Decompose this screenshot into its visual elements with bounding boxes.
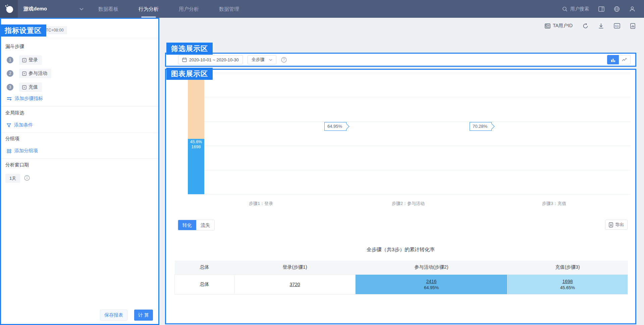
analysis-window-title: 分析窗口期: [5, 162, 29, 168]
date-range-value: 2020-10-01 ~ 2020-10-30: [189, 57, 239, 62]
step-scope-select[interactable]: 全步骤: [248, 55, 276, 64]
add-metric-icon: [7, 97, 12, 101]
add-group-item-link[interactable]: 添加分组项: [7, 148, 38, 154]
filter-funnel-icon: [7, 123, 11, 127]
bar-lost-segment: [188, 115, 204, 139]
step2-count-link[interactable]: 2416: [426, 279, 436, 284]
gridline: [188, 146, 631, 146]
table-row: 总体 3720 2416 64.95% 1698 45.65%: [175, 274, 628, 294]
date-range-picker[interactable]: 2020-10-01 ~ 2020-10-30: [178, 55, 243, 64]
tab-conversion[interactable]: 转化: [178, 220, 196, 230]
event-box-icon: [22, 85, 26, 90]
result-tabs: 转化 流失: [178, 220, 215, 230]
group-by-title: 分组项: [5, 136, 19, 142]
metric-settings-panel: UTC+08:00 漏斗步骤 1 登录 2 参与活动 3 充值 添加步骤指标 全…: [0, 18, 159, 325]
ta-user-id-switch[interactable]: TA用户ID: [545, 23, 573, 29]
download-icon[interactable]: [598, 23, 604, 29]
search-icon: [562, 6, 568, 12]
sql-view-icon[interactable]: SQL: [614, 23, 620, 29]
refresh-icon[interactable]: [583, 23, 588, 29]
help-question-icon[interactable]: ?: [281, 57, 287, 63]
annotation-chart-area: 图表展示区: [166, 68, 213, 80]
chevron-down-icon: [79, 8, 84, 10]
gridline: [188, 121, 631, 122]
user-search-label: 用户搜索: [570, 6, 589, 12]
step-event-chip[interactable]: 参与活动: [19, 69, 51, 78]
gridline: [188, 73, 631, 73]
step-number-badge: 2: [7, 70, 13, 77]
user-search[interactable]: 用户搜索: [562, 6, 589, 12]
step-event-chip[interactable]: 充值: [19, 83, 42, 92]
conversion-rate-badge: 64.95%: [324, 122, 346, 131]
menu-item-data-management[interactable]: 数据管理: [209, 0, 249, 18]
col-header-step3: 充值(步骤3): [507, 261, 628, 274]
line-chart-icon: [622, 58, 627, 62]
chart-display-panel: 0% 20% 40% 60% 80% 100% 3720 64.9%: [165, 69, 636, 324]
step3-count-link[interactable]: 1698: [562, 279, 573, 284]
add-step-metric-link[interactable]: 添加步骤指标: [7, 96, 43, 102]
x-axis-label: 步骤3：充值: [526, 201, 583, 207]
gridline: [188, 97, 631, 97]
divider: [1, 106, 158, 107]
window-period-chip[interactable]: 1天: [5, 174, 20, 183]
step2-cell: 2416 64.95%: [356, 274, 507, 294]
step-label: 参与活动: [29, 70, 47, 76]
event-box-icon: [22, 58, 26, 62]
report-chart-icon[interactable]: [630, 23, 635, 29]
step-event-chip[interactable]: 登录: [19, 55, 42, 65]
add-condition-link[interactable]: 添加条件: [7, 122, 33, 128]
row-label-cell: 总体: [175, 274, 234, 294]
line-view-button[interactable]: [619, 55, 631, 64]
bar-value-label: 45.6% 1698: [186, 140, 206, 150]
calculate-button[interactable]: 计 算: [134, 310, 153, 321]
calendar-icon: [182, 57, 187, 62]
svg-text:?: ?: [283, 58, 285, 62]
tab-loss[interactable]: 流失: [196, 220, 214, 230]
panel-layout-icon[interactable]: [598, 6, 604, 12]
info-icon[interactable]: [24, 175, 30, 181]
event-box-icon: [22, 71, 26, 76]
globe-icon[interactable]: [614, 6, 620, 12]
user-account-icon[interactable]: [629, 6, 635, 12]
chart-view-toggle: [607, 55, 631, 64]
filter-bar: 2020-10-01 ~ 2020-10-30 全步骤 ?: [165, 53, 636, 67]
bar-view-button[interactable]: [607, 55, 619, 64]
project-name: 游戏demo: [23, 6, 47, 12]
step-number-badge: 1: [7, 57, 13, 63]
annotation-sidebar-area: 指标设置区: [0, 24, 46, 37]
top-navbar: 游戏demo 数据看板 行为分析 用户分析 数据管理 用户搜索: [0, 0, 644, 18]
sidebar-actions: 保存报表 计 算: [100, 310, 153, 321]
funnel-step-2: 2 参与活动: [7, 69, 51, 78]
table-title: 全步骤（共3步）的累计转化率: [166, 247, 635, 253]
global-filter-title: 全局筛选: [5, 110, 24, 116]
col-header-step1: 登录(步骤1): [234, 261, 356, 274]
annotation-filter-area: 筛选展示区: [166, 43, 213, 55]
ta-user-id-label: TA用户ID: [553, 23, 573, 29]
step3-rate: 45.65%: [507, 285, 628, 290]
step-number-badge: 3: [7, 84, 13, 91]
add-step-metric-label: 添加步骤指标: [15, 96, 43, 102]
id-card-icon: [545, 23, 550, 29]
col-header-total: 总体: [175, 261, 234, 274]
group-by-icon: [7, 149, 11, 153]
export-button[interactable]: 导出: [605, 220, 628, 230]
project-selector[interactable]: 游戏demo: [18, 6, 88, 12]
col-header-step2: 参与活动(步骤2): [356, 261, 507, 274]
step-label: 充值: [29, 84, 38, 90]
step-label: 登录: [29, 57, 38, 63]
main-menu: 数据看板 行为分析 用户分析 数据管理: [88, 0, 249, 18]
app-logo[interactable]: [0, 0, 18, 18]
menu-item-user-analysis[interactable]: 用户分析: [169, 0, 209, 18]
menu-item-dashboards[interactable]: 数据看板: [88, 0, 128, 18]
divider: [1, 38, 158, 38]
menu-item-behavior-analysis[interactable]: 行为分析: [128, 0, 169, 18]
thinkingdata-logo-icon: [4, 4, 14, 14]
conversion-table: 总体 登录(步骤1) 参与活动(步骤2) 充值(步骤3) 总体 3720 241…: [174, 261, 628, 294]
x-axis-label: 步骤1：登录: [232, 201, 289, 207]
bar-chart-icon: [611, 58, 615, 62]
main-content: TA用户ID SQL 2020-10-01 ~ 2020-10-30 全步骤 ?: [159, 18, 644, 325]
save-report-button[interactable]: 保存报表: [100, 310, 127, 321]
add-group-item-label: 添加分组项: [14, 148, 38, 154]
gridline: [188, 170, 631, 170]
step1-count-link[interactable]: 3720: [289, 282, 300, 287]
